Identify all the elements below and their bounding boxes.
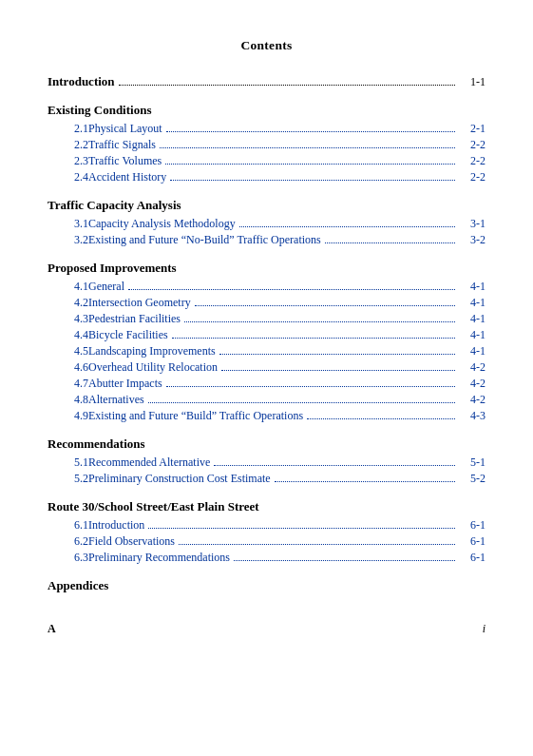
toc-label-2-4: Landscaping Improvements (88, 344, 216, 359)
toc-entry-2-7: 4.8Alternatives4-2 (48, 393, 485, 407)
footer: A i (48, 622, 485, 636)
toc-entry-0-1: 2.2Traffic Signals2-2 (48, 138, 485, 152)
toc-page-2-2: 4-1 (459, 312, 485, 326)
toc-page-2-0: 4-1 (459, 280, 485, 294)
toc-entry-0-2: 2.3Traffic Volumes2-2 (48, 154, 485, 168)
section-heading-5: Appendices (48, 578, 485, 593)
introduction-label: Introduction (48, 74, 115, 89)
toc-number-4-2: 6.3 (48, 551, 88, 565)
toc-dots-2-6 (166, 386, 455, 387)
toc-dots-2-5 (221, 370, 455, 371)
section-entries-2: 4.1General4-14.2Intersection Geometry4-1… (48, 280, 485, 423)
toc-entry-2-5: 4.6Overhead Utility Relocation4-2 (48, 360, 485, 375)
page-title: Contents (48, 38, 485, 53)
toc-label-2-8: Existing and Future “Build” Traffic Oper… (88, 409, 303, 423)
toc-page-3-0: 5-1 (459, 456, 485, 470)
toc-page-3-1: 5-2 (459, 472, 485, 486)
toc-dots-2-1 (195, 305, 455, 306)
toc-dots-2-2 (184, 321, 455, 322)
toc-page-2-3: 4-1 (459, 328, 485, 342)
toc-number-0-1: 2.2 (48, 138, 88, 152)
toc-entry-4-1: 6.2Field Observations6-1 (48, 534, 485, 549)
toc-number-0-0: 2.1 (48, 122, 88, 136)
toc-dots-1-0 (239, 226, 455, 227)
toc-number-2-6: 4.7 (48, 377, 88, 391)
toc-entry-2-0: 4.1General4-1 (48, 280, 485, 294)
toc-label-0-0: Physical Layout (88, 122, 162, 136)
introduction-page: 1-1 (459, 75, 485, 89)
section-entries-1: 3.1Capacity Analysis Methodology3-13.2Ex… (48, 217, 485, 247)
toc-page-2-5: 4-2 (459, 360, 485, 375)
toc-dots-4-2 (234, 560, 455, 561)
toc-entry-2-3: 4.4Bicycle Facilities4-1 (48, 328, 485, 342)
toc-page-1-1: 3-2 (459, 233, 485, 247)
toc-page-2-4: 4-1 (459, 344, 485, 359)
section-entries-3: 5.1Recommended Alternative5-15.2Prelimin… (48, 456, 485, 486)
toc-label-2-5: Overhead Utility Relocation (88, 360, 218, 375)
toc-number-1-0: 3.1 (48, 217, 88, 231)
section-heading-4: Route 30/School Street/East Plain Street (48, 499, 485, 514)
toc-sections: Existing Conditions2.1Physical Layout2-1… (48, 103, 485, 593)
toc-page-1-0: 3-1 (459, 217, 485, 231)
toc-dots-2-4 (219, 354, 455, 355)
toc-number-2-1: 4.2 (48, 296, 88, 310)
toc-dots-0-1 (160, 147, 455, 148)
toc-label-3-0: Recommended Alternative (88, 456, 210, 470)
toc-label-0-2: Traffic Volumes (88, 154, 162, 168)
toc-page-4-1: 6-1 (459, 534, 485, 549)
toc-number-2-3: 4.4 (48, 328, 88, 342)
toc-dots-1-1 (325, 242, 455, 243)
toc-dots-2-3 (172, 338, 455, 339)
toc-dots-3-0 (214, 465, 455, 466)
toc-number-2-2: 4.3 (48, 312, 88, 326)
section-entries-0: 2.1Physical Layout2-12.2Traffic Signals2… (48, 122, 485, 184)
page: Contents Introduction 1-1 Existing Condi… (0, 0, 533, 756)
toc-label-0-3: Accident History (88, 170, 166, 184)
toc-entry-4-0: 6.1Introduction6-1 (48, 518, 485, 533)
toc-entry-4-2: 6.3Preliminary Recommendations6-1 (48, 551, 485, 565)
toc-number-0-2: 2.3 (48, 154, 88, 168)
toc-entry-3-0: 5.1Recommended Alternative5-1 (48, 456, 485, 470)
toc-page-4-0: 6-1 (459, 518, 485, 533)
toc-dots-0-0 (166, 131, 455, 132)
toc-label-2-0: General (88, 280, 124, 294)
toc-number-2-0: 4.1 (48, 280, 88, 294)
toc-label-4-0: Introduction (88, 518, 144, 533)
toc-number-2-4: 4.5 (48, 344, 88, 359)
toc-page-0-3: 2-2 (459, 170, 485, 184)
toc-label-1-0: Capacity Analysis Methodology (88, 217, 236, 231)
toc-label-4-1: Field Observations (88, 534, 175, 549)
toc-entry-1-0: 3.1Capacity Analysis Methodology3-1 (48, 217, 485, 231)
toc-page-2-6: 4-2 (459, 377, 485, 391)
toc-number-2-5: 4.6 (48, 360, 88, 375)
toc-number-2-8: 4.9 (48, 409, 88, 423)
section-heading-2: Proposed Improvements (48, 261, 485, 276)
toc-dots-4-1 (179, 544, 455, 545)
toc-dots-2-7 (148, 402, 455, 403)
section-heading-0: Existing Conditions (48, 103, 485, 118)
section-entries-4: 6.1Introduction6-16.2Field Observations6… (48, 518, 485, 565)
toc-label-3-1: Preliminary Construction Cost Estimate (88, 472, 271, 486)
toc-page-2-7: 4-2 (459, 393, 485, 407)
toc-page-2-1: 4-1 (459, 296, 485, 310)
toc-page-2-8: 4-3 (459, 409, 485, 423)
toc-number-0-3: 2.4 (48, 170, 88, 184)
toc-label-2-7: Alternatives (88, 393, 144, 407)
toc-number-3-1: 5.2 (48, 472, 88, 486)
toc-number-2-7: 4.8 (48, 393, 88, 407)
toc-entry-0-3: 2.4Accident History2-2 (48, 170, 485, 184)
toc-entry-2-4: 4.5Landscaping Improvements4-1 (48, 344, 485, 359)
toc-number-1-1: 3.2 (48, 233, 88, 247)
toc-entry-0-0: 2.1Physical Layout2-1 (48, 122, 485, 136)
toc-number-4-1: 6.2 (48, 534, 88, 549)
toc-entry-2-2: 4.3Pedestrian Facilities4-1 (48, 312, 485, 326)
toc-dots-0-3 (170, 180, 455, 181)
toc-label-4-2: Preliminary Recommendations (88, 551, 230, 565)
toc-page-0-1: 2-2 (459, 138, 485, 152)
toc-entry-1-1: 3.2Existing and Future “No-Build” Traffi… (48, 233, 485, 247)
toc-entry-2-1: 4.2Intersection Geometry4-1 (48, 296, 485, 310)
toc-dots-4-0 (148, 528, 455, 529)
footer-right: i (483, 622, 485, 636)
toc-label-2-2: Pedestrian Facilities (88, 312, 181, 326)
section-heading-3: Recommendations (48, 436, 485, 452)
